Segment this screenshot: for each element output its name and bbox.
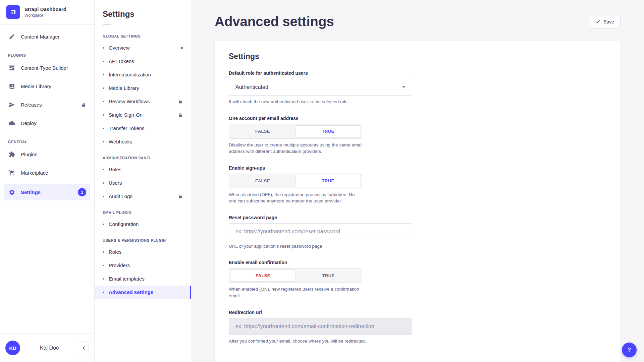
sidebar-item-plugins[interactable]: Plugins [4, 147, 90, 162]
sidebar-item-label: Releases [21, 102, 42, 108]
subnav-item-providers[interactable]: Providers [95, 259, 191, 272]
toggle-option-false[interactable]: FALSE [230, 269, 296, 282]
bullet-icon [103, 278, 104, 280]
subnav-item-review-workflows[interactable]: Review Workflows [95, 95, 191, 108]
field-label: Enable email confirmation [229, 260, 606, 265]
default-role-select[interactable]: Authenticated [229, 79, 412, 96]
image-icon [8, 83, 15, 89]
bullet-icon [103, 141, 104, 142]
check-icon [595, 19, 600, 24]
bullet-icon [103, 114, 104, 116]
toggle-option-false[interactable]: FALSE [230, 175, 295, 187]
sidebar-item-label: Content-Type Builder [21, 65, 68, 71]
sidebar-item-content-type-builder[interactable]: Content-Type Builder [4, 61, 90, 75]
sidebar-item-marketplace[interactable]: Marketplace [4, 166, 90, 180]
save-button[interactable]: Save [589, 15, 621, 28]
subnav-item-label: Single Sign-On [109, 112, 143, 118]
subnav-item-admin-users[interactable]: Users [95, 176, 191, 189]
bullet-icon [103, 128, 104, 129]
card-heading: Settings [229, 52, 606, 61]
subnav-item-email-configuration[interactable]: Configuration [95, 218, 191, 231]
bullet-icon [103, 169, 104, 170]
subnav-item-label: Configuration [109, 221, 139, 227]
redirection-url-input [229, 318, 412, 335]
settings-subnav: Settings GLOBAL SETTINGS Overview API To… [95, 0, 191, 362]
select-value: Authenticated [235, 84, 268, 90]
subnav-section-email-plugin: EMAIL PLUGIN [95, 203, 191, 217]
collapse-sidebar-button[interactable] [79, 342, 89, 354]
subnav-item-advanced-settings[interactable]: Advanced settings [95, 286, 191, 299]
help-button[interactable]: ? [622, 343, 637, 357]
bullet-icon [103, 61, 104, 62]
divider [103, 24, 111, 25]
subnav-item-admin-roles[interactable]: Roles [95, 163, 191, 176]
sidebar-item-deploy[interactable]: Deploy [4, 116, 90, 130]
bullet-icon [103, 265, 104, 266]
sidebar-item-releases[interactable]: Releases [4, 98, 90, 112]
notification-dot-icon [181, 47, 183, 49]
subnav-item-audit-logs[interactable]: Audit Logs [95, 190, 191, 203]
sidebar-item-content-manager[interactable]: Content Manager [4, 29, 90, 44]
page-title: Advanced settings [215, 14, 334, 29]
toggle-option-true[interactable]: TRUE [295, 125, 361, 137]
bullet-icon [103, 182, 104, 184]
chevron-left-icon [82, 346, 86, 350]
save-button-label: Save [603, 19, 614, 24]
workspace-brand[interactable]: Strapi Dashboard Workplace [0, 0, 94, 24]
subnav-item-up-roles[interactable]: Roles [95, 245, 191, 258]
subnav-item-label: Review Workflows [109, 99, 150, 104]
bullet-icon [103, 224, 104, 225]
reset-password-input[interactable] [229, 223, 412, 240]
sidebar-item-media-library[interactable]: Media Library [4, 79, 90, 94]
bullet-icon [103, 87, 104, 89]
subnav-item-media-library[interactable]: Media Library [95, 81, 191, 95]
subnav-item-api-tokens[interactable]: API Tokens [95, 55, 191, 68]
field-label: Enable sign-ups [229, 165, 606, 171]
toggle-option-false[interactable]: FALSE [230, 125, 295, 137]
field-default-role: Default role for authenticated users Aut… [229, 70, 606, 105]
workspace-subtitle: Workplace [24, 13, 66, 18]
question-mark-icon: ? [628, 347, 631, 353]
settings-card: Settings Default role for authenticated … [215, 41, 621, 362]
field-label: Default role for authenticated users [229, 70, 606, 76]
subnav-section-global-settings: GLOBAL SETTINGS [95, 27, 191, 41]
field-hint: It will attach the new authenticated use… [229, 99, 606, 105]
field-reset-password: Reset password page URL of your applicat… [229, 215, 606, 250]
avatar: KD [5, 341, 20, 355]
bullet-icon [103, 101, 104, 102]
subnav-item-webhooks[interactable]: Webhooks [95, 135, 191, 148]
user-name: Kai Doe [23, 345, 75, 351]
bullet-icon [103, 74, 104, 75]
cart-icon [8, 170, 15, 176]
field-hint: URL of your application's reset password… [229, 243, 606, 250]
field-label: One account per email address [229, 116, 606, 121]
subnav-item-transfer-tokens[interactable]: Transfer Tokens [95, 122, 191, 135]
subnav-title: Settings [95, 0, 191, 24]
subnav-item-overview[interactable]: Overview [95, 41, 191, 54]
subnav-item-label: Users [109, 180, 122, 186]
toggle-option-true[interactable]: TRUE [296, 269, 361, 282]
settings-notification-badge: 1 [78, 188, 86, 196]
sidebar-item-label: Media Library [21, 83, 51, 89]
bullet-icon [103, 292, 104, 293]
subnav-item-label: Webhooks [109, 139, 132, 144]
subnav-item-internationalization[interactable]: Internationalization [95, 68, 191, 81]
subnav-item-email-templates[interactable]: Email templates [95, 272, 191, 285]
sidebar-item-label: Plugins [21, 152, 37, 157]
subnav-item-label: Roles [109, 167, 121, 172]
layout-grid-icon [8, 65, 15, 71]
field-hint: When disabled (OFF), the registration pr… [229, 191, 363, 204]
subnav-item-single-sign-on[interactable]: Single Sign-On [95, 108, 191, 121]
field-hint: When enabled (ON), new registered users … [229, 286, 363, 299]
email-confirmation-toggle: FALSE TRUE [229, 268, 362, 283]
bullet-icon [103, 47, 104, 49]
lock-icon [81, 102, 86, 107]
field-hint: After you confirmed your email, choose w… [229, 338, 606, 345]
bullet-icon [103, 196, 104, 197]
sidebar-item-label: Content Manager [21, 34, 60, 40]
toggle-option-true[interactable]: TRUE [295, 175, 361, 187]
sidebar-item-settings[interactable]: Settings 1 [4, 184, 90, 200]
chevron-down-icon [402, 86, 406, 88]
sidebar-footer-user[interactable]: KD Kai Doe [0, 334, 94, 362]
gear-icon [8, 189, 15, 195]
